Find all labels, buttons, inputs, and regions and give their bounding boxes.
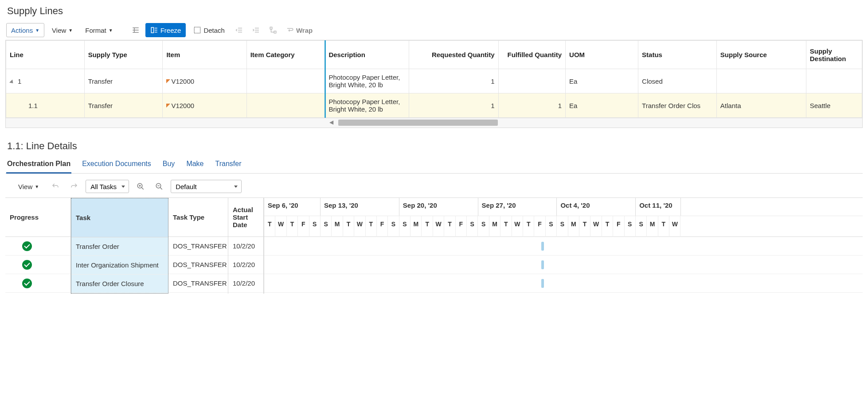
timeline-day-header: T xyxy=(366,216,377,237)
indent-button[interactable] xyxy=(249,23,263,37)
tab-make[interactable]: Make xyxy=(185,156,204,174)
col-supply-type[interactable]: Supply Type xyxy=(84,41,163,69)
zoom-in-icon xyxy=(137,182,145,190)
col-fulfilled-qty[interactable]: Fulfilled Quantity xyxy=(498,41,565,69)
task-filter-select[interactable]: All Tasks xyxy=(86,180,129,193)
col-header-startdate[interactable]: Actual Start Date xyxy=(228,198,263,237)
col-item-category[interactable]: Item Category xyxy=(246,41,325,69)
cell-item: V12000 xyxy=(171,77,194,85)
timeline-row xyxy=(264,256,863,274)
section-title-supply-lines: Supply Lines xyxy=(7,5,863,17)
gantt-view-label: View xyxy=(18,183,32,190)
status-complete-icon xyxy=(22,241,32,251)
scrollbar-thumb[interactable] xyxy=(338,120,498,126)
gantt-toolbar: View ▼ All Tasks Default xyxy=(5,174,863,198)
timeline-day-header: T xyxy=(264,216,275,237)
tab-transfer[interactable]: Transfer xyxy=(215,156,242,174)
gantt-bar[interactable] xyxy=(541,279,544,288)
wrap-button[interactable]: Wrap xyxy=(283,23,316,37)
table-row[interactable]: 1.1 Transfer V12000 Photocopy Paper Lett… xyxy=(6,93,862,118)
timeline-day-header: W xyxy=(275,216,286,237)
task-cell[interactable]: Transfer Order Closure xyxy=(71,275,168,293)
task-cell[interactable]: Transfer Order xyxy=(71,237,168,256)
zoom-out-button[interactable] xyxy=(152,180,166,193)
supply-lines-toolbar: Actions ▼ View ▼ Format ▼ Freeze Detach … xyxy=(5,23,863,37)
col-header-progress[interactable]: Progress xyxy=(5,198,70,237)
gantt-left-pane: Progress Task Transfer Order Inter Organ… xyxy=(5,198,264,294)
timeline-day-header: F xyxy=(456,216,467,237)
freeze-label: Freeze xyxy=(160,27,181,34)
task-cell[interactable]: Inter Organization Shipment xyxy=(71,256,168,275)
table-header-row: Line Supply Type Item Item Category Desc… xyxy=(6,41,862,69)
format-menu-button[interactable]: Format ▼ xyxy=(80,23,117,37)
timeline-day-header: T xyxy=(523,216,534,237)
timeline-week-header: Sep 6, '20 xyxy=(264,198,321,216)
table-filter-icon xyxy=(132,26,140,34)
col-status[interactable]: Status xyxy=(638,41,717,69)
progress-cell xyxy=(5,256,70,274)
cell-item-category xyxy=(246,93,325,118)
expand-toggle-icon[interactable] xyxy=(9,79,15,85)
startdate-cell: 10/2/20 xyxy=(228,237,263,256)
timeline-day-header: M xyxy=(568,216,579,237)
chevron-down-icon: ▼ xyxy=(35,184,39,189)
view-label: View xyxy=(52,27,66,34)
actions-menu-button[interactable]: Actions ▼ xyxy=(6,23,44,37)
zoom-in-button[interactable] xyxy=(133,180,148,193)
expand-button[interactable] xyxy=(266,23,280,37)
col-supply-source[interactable]: Supply Source xyxy=(716,41,806,69)
item-flag-icon xyxy=(166,79,170,83)
gantt-progress-column: Progress xyxy=(5,198,71,294)
cell-item: V12000 xyxy=(171,102,194,109)
col-header-tasktype[interactable]: Task Type xyxy=(168,198,228,237)
tasktype-cell: DOS_TRANSFER xyxy=(168,237,228,256)
view-menu-button[interactable]: View ▼ xyxy=(47,23,78,37)
timeline-day-header: M xyxy=(489,216,500,237)
col-uom[interactable]: UOM xyxy=(566,41,638,69)
tab-orchestration-plan[interactable]: Orchestration Plan xyxy=(6,156,71,174)
timeline-day-header: S xyxy=(478,216,489,237)
timeline-day-header: M xyxy=(332,216,343,237)
col-requested-qty[interactable]: Requested Quantity xyxy=(409,41,498,69)
scroll-left-icon[interactable]: ◀ xyxy=(329,119,333,125)
gantt-view-menu-button[interactable]: View ▼ xyxy=(13,180,44,193)
col-item[interactable]: Item xyxy=(163,41,246,69)
supply-lines-table: Line Supply Type Item Item Category Desc… xyxy=(5,40,863,128)
tab-execution-documents[interactable]: Execution Documents xyxy=(81,156,152,174)
gantt-bar[interactable] xyxy=(541,260,544,269)
gantt-chart: Progress Task Transfer Order Inter Organ… xyxy=(5,198,863,294)
gantt-bar[interactable] xyxy=(541,242,544,251)
item-flag-icon xyxy=(166,104,170,108)
tab-buy[interactable]: Buy xyxy=(162,156,176,174)
freeze-button[interactable]: Freeze xyxy=(145,23,186,37)
col-description[interactable]: Description xyxy=(325,41,409,69)
section-title-line-details: 1.1: Line Details xyxy=(7,140,863,152)
col-line[interactable]: Line xyxy=(6,41,85,69)
horizontal-scrollbar[interactable]: ◀ xyxy=(6,118,862,128)
outdent-button[interactable] xyxy=(232,23,246,37)
undo-button[interactable] xyxy=(48,180,63,193)
cell-line: 1.1 xyxy=(6,93,85,118)
cell-supply-source: Atlanta xyxy=(716,93,806,118)
detach-button[interactable]: Detach xyxy=(188,23,230,37)
timeline-day-header: S xyxy=(625,216,636,237)
gantt-tasktype-column: Task Type DOS_TRANSFER DOS_TRANSFER DOS_… xyxy=(168,198,228,294)
zoom-level-select[interactable]: Default xyxy=(171,180,242,193)
timeline-day-header: W xyxy=(354,216,365,237)
redo-button[interactable] xyxy=(67,180,81,193)
cell-supply-destination: Seattle xyxy=(806,93,862,118)
timeline-day-header: F xyxy=(298,216,309,237)
table-row[interactable]: 1 Transfer V12000 Photocopy Paper Letter… xyxy=(6,69,862,93)
svg-rect-4 xyxy=(195,27,201,33)
cell-status: Closed xyxy=(638,69,717,93)
indent-icon xyxy=(252,26,260,34)
gantt-startdate-column: Actual Start Date 10/2/20 10/2/20 10/2/2… xyxy=(228,198,264,294)
timeline-body xyxy=(264,237,863,293)
col-header-task[interactable]: Task xyxy=(71,198,168,237)
query-by-example-button[interactable] xyxy=(129,23,143,37)
timeline-day-header: S xyxy=(636,216,647,237)
gantt-timeline[interactable]: Sep 6, '20Sep 13, '20Sep 20, '20Sep 27, … xyxy=(264,198,863,294)
cell-supply-destination xyxy=(806,69,862,93)
timeline-day-header: T xyxy=(500,216,512,237)
col-supply-destination[interactable]: Supply Destination xyxy=(806,41,862,69)
